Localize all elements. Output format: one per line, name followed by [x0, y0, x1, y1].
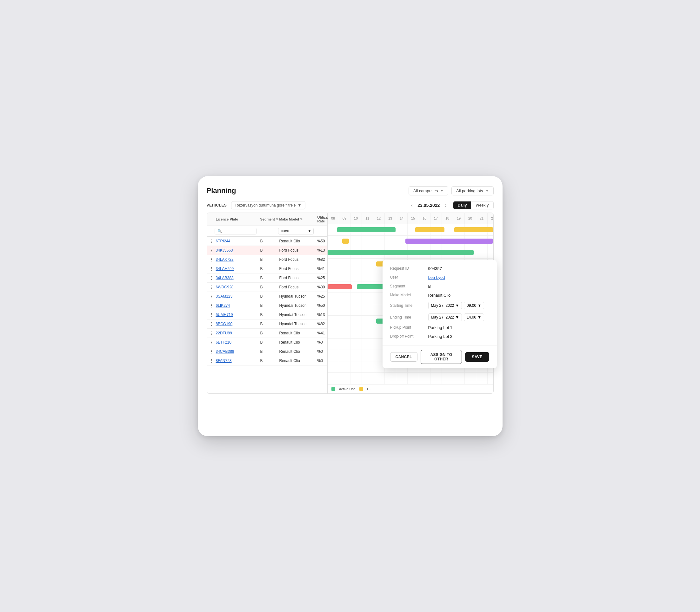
table-row[interactable]: ⋮ 5UMH719 B Hyundai Tucson %13 [207, 310, 327, 319]
table-row[interactable]: ⋮ 6BTF210 B Renault Clio %0 [207, 338, 327, 347]
table-row[interactable]: ⋮ 34CAB388 B Renault Clio %0 [207, 347, 327, 356]
table-row[interactable]: ⋮ 6WDG928 B Ford Focus %30 [207, 283, 327, 292]
plate-cell[interactable]: 5UMH719 [213, 312, 258, 317]
gantt-cell [339, 361, 350, 373]
filter-dropdown[interactable]: Rezervasyon durumuna göre filtrele ▼ [231, 201, 306, 209]
gantt-cell [430, 373, 442, 384]
gantt-cell [328, 293, 339, 304]
chevron-down-icon: ▼ [477, 315, 481, 319]
pickup-label: Pickup Point [390, 325, 425, 330]
plate-cell[interactable]: 34CAB388 [213, 349, 258, 354]
table-row[interactable]: ⋮ 3SAM123 B Hyundai Tucson %25 [207, 292, 327, 301]
user-value[interactable]: Lea Lyod [428, 275, 445, 280]
plate-cell[interactable]: 34LAB388 [213, 276, 258, 280]
gantt-cell [328, 270, 339, 281]
popup-body: Request ID 904357 User Lea Lyod Segment … [382, 260, 497, 345]
plate-search[interactable]: 🔍 [215, 228, 256, 235]
table-row[interactable]: ⋮ 34LAK722 B Ford Focus %82 [207, 255, 327, 264]
ending-time-label: Ending Time [390, 315, 425, 319]
table-row[interactable]: ⋮ 34LAB388 B Ford Focus %25 [207, 274, 327, 283]
request-id-label: Request ID [390, 266, 425, 270]
starting-hour-select[interactable]: 09.00 ▼ [464, 302, 484, 309]
request-detail-popup: Request ID 904357 User Lea Lyod Segment … [382, 260, 497, 368]
drag-handle: ⋮ [207, 294, 213, 298]
table-row[interactable]: ⋮ 34LAH299 B Ford Focus %41 [207, 264, 327, 274]
assign-to-other-button[interactable]: ASSIGN TO OTHER [421, 350, 462, 364]
segment-cell: B [258, 257, 277, 262]
cancel-button[interactable]: CANCEL [390, 352, 417, 362]
plate-cell[interactable]: 8FAN723 [213, 359, 258, 363]
table-row[interactable]: ⋮ 6LIK274 B Hyundai Tucson %50 [207, 301, 327, 310]
dropoff-label: Drop-off Point [390, 334, 425, 338]
make-model-label: Make Model [390, 293, 425, 297]
table-row[interactable]: ⋮ 6TRI244 B Renault Clio %50 [207, 237, 327, 246]
search-filter-row: 🔍 Tümü ▼ [207, 226, 327, 237]
ending-hour-select[interactable]: 14.00 ▼ [464, 314, 484, 321]
gantt-cell [396, 373, 408, 384]
plate-cell[interactable]: 6WDG928 [213, 285, 258, 289]
gantt-cell [350, 327, 362, 338]
gantt-bar[interactable] [454, 227, 493, 232]
plate-cell[interactable]: 6BTF210 [213, 340, 258, 345]
segment-cell: B [258, 239, 277, 244]
daily-view-button[interactable]: Daily [453, 201, 471, 209]
gantt-bar[interactable] [337, 227, 395, 232]
time-header-cell: 08 [328, 213, 339, 224]
plate-cell[interactable]: 6TRI244 [213, 239, 258, 244]
parking-dropdown[interactable]: All parking lots ▼ [452, 186, 493, 195]
save-button[interactable]: SAVE [465, 352, 489, 362]
table-row[interactable]: ⋮ 8FAN723 B Renault Clio %0 [207, 356, 327, 365]
table-row[interactable]: ⋮ 34KJ5563 B Ford Focus %13 [207, 246, 327, 255]
gantt-cell [350, 259, 362, 270]
gantt-cell [350, 350, 362, 361]
drag-handle: ⋮ [207, 322, 213, 326]
plate-cell[interactable]: 22DFU89 [213, 331, 258, 335]
weekly-view-button[interactable]: Weekly [471, 201, 493, 209]
plate-cell[interactable]: 34KJ5563 [213, 248, 258, 252]
model-cell: Hyundai Tucson [277, 303, 315, 308]
plate-cell[interactable]: 34LAH299 [213, 266, 258, 271]
ending-time-selects: May 27, 2022 ▼ 14.00 ▼ [428, 314, 484, 321]
gantt-cell [339, 304, 350, 315]
gantt-time-header: 0809101112131415161718192021222324 [328, 213, 493, 224]
gantt-cell [362, 236, 373, 247]
gantt-cell [350, 293, 362, 304]
gantt-bar[interactable] [405, 239, 493, 244]
model-cell: Hyundai Tucson [277, 312, 315, 317]
gantt-bar[interactable] [328, 250, 474, 255]
plate-cell[interactable]: 3SAM123 [213, 294, 258, 298]
table-row[interactable]: ⋮ 22DFU89 B Renault Clio %41 [207, 329, 327, 338]
gantt-bar[interactable] [328, 284, 352, 289]
gantt-bar[interactable] [342, 239, 349, 244]
prev-date-button[interactable]: ‹ [409, 202, 414, 209]
drag-handle: ⋮ [207, 303, 213, 308]
current-date: 23.05.2022 [417, 203, 440, 208]
ending-date-select[interactable]: May 27, 2022 ▼ [428, 314, 462, 321]
table-row[interactable]: ⋮ 8BCG190 B Hyundai Tucson %82 [207, 319, 327, 329]
model-cell: Ford Focus [277, 285, 315, 289]
gantt-cell [385, 236, 396, 247]
gantt-cell [339, 373, 350, 384]
time-header-cell: 09 [339, 213, 350, 224]
campus-dropdown[interactable]: All campuses ▼ [408, 186, 448, 195]
starting-date-select[interactable]: May 27, 2022 ▼ [428, 302, 462, 309]
model-cell: Renault Clio [277, 331, 315, 335]
gantt-cell [350, 338, 362, 350]
plate-cell[interactable]: 34LAK722 [213, 257, 258, 262]
segment-cell: B [258, 276, 277, 280]
gantt-cell [350, 373, 362, 384]
gantt-cell [350, 361, 362, 373]
drag-handle: ⋮ [207, 257, 213, 262]
model-cell: Renault Clio [277, 340, 315, 345]
popup-row-starting: Starting Time May 27, 2022 ▼ 09.00 ▼ [390, 302, 489, 309]
col-drag [207, 215, 213, 223]
segment-filter[interactable]: Tümü ▼ [278, 228, 314, 235]
plate-cell[interactable]: 8BCG190 [213, 322, 258, 326]
gantt-bar[interactable] [415, 227, 444, 232]
legend-active-dot [332, 387, 335, 391]
gantt-cell [362, 350, 373, 361]
segment-cell: B [258, 359, 277, 363]
next-date-button[interactable]: › [443, 202, 448, 209]
view-toggle: Daily Weekly [453, 201, 494, 209]
plate-cell[interactable]: 6LIK274 [213, 303, 258, 308]
